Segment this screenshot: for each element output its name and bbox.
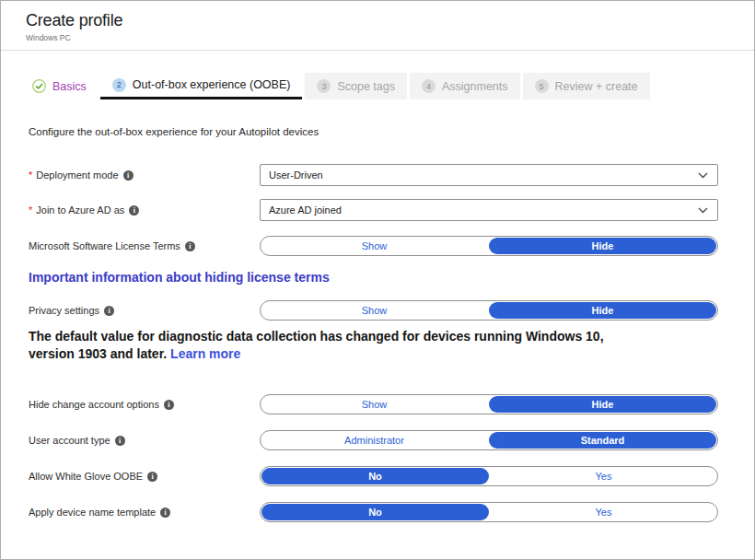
page-title: Create profile xyxy=(26,11,754,30)
privacy-settings-row: Privacy settings i Show Hide xyxy=(29,300,718,321)
device-name-template-row: Apply device name template i No Yes xyxy=(29,502,718,522)
license-terms-row: Microsoft Software License Terms i Show … xyxy=(29,236,718,256)
join-azure-ad-value: Azure AD joined xyxy=(269,204,342,216)
info-icon[interactable]: i xyxy=(164,400,174,410)
user-account-type-option-administrator[interactable]: Administrator xyxy=(261,431,488,449)
privacy-settings-option-hide[interactable]: Hide xyxy=(489,302,716,319)
diagnostic-notice-line2-wrap: version 1903 and later. Learn more xyxy=(29,345,718,363)
user-account-type-label-text: User account type xyxy=(29,435,110,446)
white-glove-option-no[interactable]: No xyxy=(261,468,489,484)
license-terms-label: Microsoft Software License Terms i xyxy=(29,240,260,251)
deployment-mode-value: User-Driven xyxy=(269,169,323,181)
tab-oobe[interactable]: 2 Out-of-box experience (OOBE) xyxy=(100,73,303,99)
license-terms-toggle: Show Hide xyxy=(260,236,718,256)
required-marker: * xyxy=(29,169,32,181)
license-info-link[interactable]: Important information about hiding licen… xyxy=(29,270,330,285)
info-icon[interactable]: i xyxy=(104,306,114,316)
deployment-mode-label: * Deployment mode i xyxy=(29,169,260,181)
white-glove-row: Allow White Glove OOBE i No Yes xyxy=(29,466,718,486)
chevron-down-icon xyxy=(698,172,708,179)
page-subtitle: Windows PC xyxy=(26,33,754,42)
join-azure-ad-row: * Join to Azure AD as i Azure AD joined xyxy=(29,199,718,221)
user-account-type-toggle: Administrator Standard xyxy=(260,430,718,450)
diagnostic-notice-line1: The default value for diagnostic data co… xyxy=(29,328,718,345)
deployment-mode-dropdown[interactable]: User-Driven xyxy=(260,164,718,186)
tab-assignments-label: Assignments xyxy=(442,80,508,93)
join-azure-ad-dropdown[interactable]: Azure AD joined xyxy=(260,199,718,221)
device-name-template-option-yes[interactable]: Yes xyxy=(490,503,717,521)
deployment-mode-label-text: Deployment mode xyxy=(36,169,118,181)
diagnostic-notice: The default value for diagnostic data co… xyxy=(29,328,718,363)
hide-change-account-toggle: Show Hide xyxy=(260,394,718,414)
form-content: Configure the out-of-box experience for … xyxy=(1,126,754,522)
white-glove-label: Allow White Glove OOBE i xyxy=(29,471,260,482)
info-icon[interactable]: i xyxy=(123,170,134,181)
user-account-type-row: User account type i Administrator Standa… xyxy=(29,430,718,450)
tab-scope-tags: 3 Scope tags xyxy=(305,73,407,99)
privacy-settings-option-show[interactable]: Show xyxy=(261,301,488,320)
license-terms-option-hide[interactable]: Hide xyxy=(489,238,716,254)
privacy-settings-label: Privacy settings i xyxy=(29,305,260,316)
white-glove-toggle: No Yes xyxy=(260,466,718,486)
deployment-mode-row: * Deployment mode i User-Driven xyxy=(29,164,718,186)
tab-review-create: 5 Review + create xyxy=(523,73,650,99)
tab-assignments-number-badge: 4 xyxy=(422,79,436,93)
user-account-type-label: User account type i xyxy=(29,435,260,446)
device-name-template-toggle: No Yes xyxy=(260,502,718,522)
chevron-down-icon xyxy=(698,207,708,214)
info-icon[interactable]: i xyxy=(185,241,195,251)
tab-oobe-label: Out-of-box experience (OOBE) xyxy=(133,78,291,91)
info-icon[interactable]: i xyxy=(147,472,157,482)
privacy-settings-toggle: Show Hide xyxy=(260,300,718,321)
tab-oobe-number-badge: 2 xyxy=(112,78,126,92)
intro-text: Configure the out-of-box experience for … xyxy=(29,126,718,137)
license-terms-option-show[interactable]: Show xyxy=(261,237,488,255)
info-icon[interactable]: i xyxy=(160,508,170,518)
tab-assignments: 4 Assignments xyxy=(410,73,520,99)
info-icon[interactable]: i xyxy=(115,436,125,446)
tab-basics-label: Basics xyxy=(52,80,87,93)
join-azure-ad-label: * Join to Azure AD as i xyxy=(29,204,260,216)
diagnostic-notice-line2: version 1903 and later. xyxy=(29,346,167,361)
tab-scope-tags-number-badge: 3 xyxy=(317,79,331,93)
hide-change-account-label: Hide change account options i xyxy=(29,399,260,410)
device-name-template-label-text: Apply device name template xyxy=(29,507,156,518)
tab-basics[interactable]: Basics xyxy=(32,73,99,99)
device-name-template-label: Apply device name template i xyxy=(29,507,260,518)
hide-change-account-option-show[interactable]: Show xyxy=(261,395,488,414)
tab-review-create-number-badge: 5 xyxy=(535,79,549,93)
join-azure-ad-label-text: Join to Azure AD as xyxy=(36,204,124,216)
white-glove-label-text: Allow White Glove OOBE xyxy=(29,471,143,482)
device-name-template-option-no[interactable]: No xyxy=(261,504,489,520)
license-info-link-row: Important information about hiding licen… xyxy=(29,269,718,286)
privacy-settings-label-text: Privacy settings xyxy=(29,305,99,316)
tab-review-create-label: Review + create xyxy=(555,80,638,93)
user-account-type-option-standard[interactable]: Standard xyxy=(489,432,716,449)
check-circle-icon xyxy=(32,79,46,93)
page-header: Create profile Windows PC xyxy=(1,1,754,51)
hide-change-account-row: Hide change account options i Show Hide xyxy=(29,394,718,414)
required-marker: * xyxy=(29,204,32,216)
license-terms-label-text: Microsoft Software License Terms xyxy=(29,240,180,251)
tab-scope-tags-label: Scope tags xyxy=(337,80,395,93)
learn-more-link[interactable]: Learn more xyxy=(170,346,240,361)
hide-change-account-label-text: Hide change account options xyxy=(29,399,159,410)
white-glove-option-yes[interactable]: Yes xyxy=(490,467,717,485)
hide-change-account-option-hide[interactable]: Hide xyxy=(489,396,716,413)
info-icon[interactable]: i xyxy=(129,205,139,216)
wizard-tab-bar: Basics 2 Out-of-box experience (OOBE) 3 … xyxy=(32,73,754,99)
